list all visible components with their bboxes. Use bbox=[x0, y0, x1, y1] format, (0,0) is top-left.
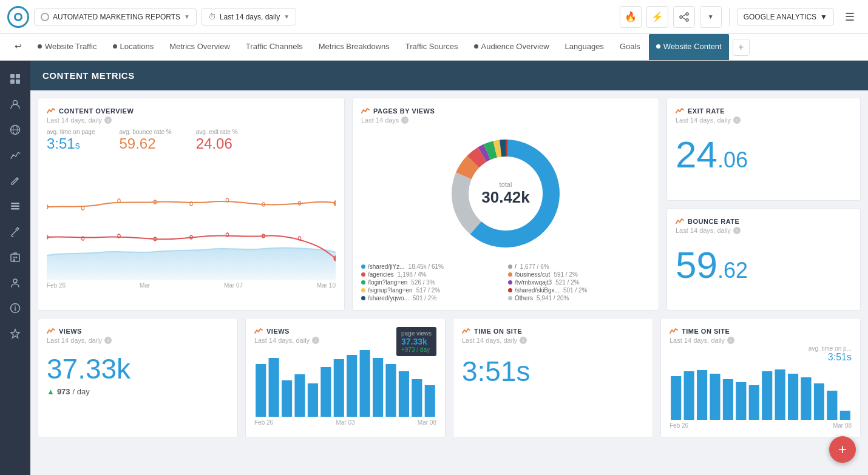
time-chart-avg-label: avg. time on p... bbox=[670, 345, 852, 352]
tab-goals[interactable]: Goals bbox=[612, 34, 648, 61]
svg-point-1 bbox=[680, 16, 682, 18]
overview-title: CONTENT OVERVIEW bbox=[47, 107, 336, 115]
sidebar-item-tools[interactable] bbox=[4, 221, 26, 243]
arrow-up-icon: ▲ bbox=[47, 387, 55, 396]
tab-traffic-sources[interactable]: Traffic Sources bbox=[398, 34, 466, 61]
building-icon bbox=[10, 252, 21, 263]
views-big-value: 37.33k bbox=[47, 354, 229, 385]
sidebar-item-star[interactable] bbox=[4, 323, 26, 345]
edit-icon bbox=[10, 175, 21, 186]
svg-point-20 bbox=[13, 279, 17, 283]
sidebar-item-analytics[interactable] bbox=[4, 144, 26, 166]
menu-button[interactable]: ☰ bbox=[839, 6, 861, 28]
sidebar-item-user[interactable] bbox=[4, 272, 26, 294]
bounce-rate-title: BOUNCE RATE bbox=[676, 217, 852, 226]
bar-chart-tooltip: page views 37.33k +973 / day bbox=[396, 327, 436, 356]
exit-rate-subtitle: Last 14 days, daily i bbox=[676, 116, 852, 124]
app-logo[interactable] bbox=[7, 6, 29, 28]
svg-rect-6 bbox=[16, 74, 20, 78]
exit-rate-card: EXIT RATE Last 14 days, daily i 24.06 bbox=[666, 98, 861, 201]
pages-title: PAGES BY VIEWS bbox=[361, 107, 650, 115]
time-on-site-chart-card: TIME ON SITE Last 14 days, daily i avg. … bbox=[660, 318, 861, 438]
exit-rate-value-container: 24.06 bbox=[676, 136, 852, 173]
tab-traffic-channels[interactable]: Traffic Channels bbox=[239, 34, 310, 61]
date-selector[interactable]: ⏱ Last 14 days, daily ▼ bbox=[202, 8, 296, 25]
legend-dot bbox=[361, 272, 365, 277]
legend-item-7: /business/cut 591 / 2% bbox=[508, 271, 650, 278]
views-chart-trend-icon bbox=[254, 327, 263, 335]
svg-rect-14 bbox=[11, 206, 19, 207]
tabbar: ↩ Website Traffic Locations Metrics Over… bbox=[0, 34, 868, 61]
svg-rect-64 bbox=[412, 379, 422, 417]
fab-add-button[interactable]: + bbox=[829, 436, 856, 463]
exit-trend-icon bbox=[676, 107, 684, 115]
tooltip-value: 37.33k bbox=[401, 337, 432, 346]
add-tab-button[interactable]: + bbox=[733, 39, 750, 56]
views-chart-x-labels: Feb 26 Mar 03 Mar 08 bbox=[254, 419, 436, 426]
svg-rect-66 bbox=[671, 376, 681, 420]
back-icon: ↩ bbox=[15, 41, 22, 51]
svg-rect-65 bbox=[425, 385, 435, 417]
metrics-row: avg. time on page 3:51s avg. bounce rate… bbox=[47, 129, 336, 152]
report-selector[interactable]: AUTOMATED MARKETING REPORTS ▼ bbox=[34, 8, 197, 25]
tab-back[interactable]: ↩ bbox=[7, 34, 29, 61]
fire-button[interactable]: 🔥 bbox=[620, 6, 642, 28]
time-bar-svg bbox=[670, 365, 852, 420]
svg-point-0 bbox=[686, 13, 688, 15]
svg-rect-19 bbox=[13, 259, 15, 261]
tab-metrics-overview[interactable]: Metrics Overview bbox=[162, 34, 237, 61]
tab-audience-overview[interactable]: Audience Overview bbox=[467, 34, 557, 61]
svg-point-23 bbox=[15, 306, 16, 307]
exit-rate-main: 24.06 bbox=[676, 133, 748, 175]
bounce-trend-icon bbox=[676, 217, 684, 226]
sidebar-item-people[interactable] bbox=[4, 93, 26, 115]
svg-rect-60 bbox=[360, 350, 370, 417]
tab-metrics-breakdowns[interactable]: Metrics Breakdowns bbox=[311, 34, 397, 61]
report-label: AUTOMATED MARKETING REPORTS bbox=[53, 13, 180, 21]
tab-website-traffic[interactable]: Website Traffic bbox=[30, 34, 104, 61]
time-trend-icon bbox=[462, 327, 470, 335]
sidebar-item-edit[interactable] bbox=[4, 170, 26, 192]
tab-website-content[interactable]: Website Content bbox=[649, 34, 729, 61]
separator bbox=[729, 8, 730, 26]
views-text-card: VIEWS Last 14 days, daily i 37.33k ▲ 973… bbox=[38, 318, 238, 438]
time-big-value: 3:51s bbox=[462, 356, 644, 387]
sidebar-item-globe[interactable] bbox=[4, 119, 26, 141]
tab-locations[interactable]: Locations bbox=[106, 34, 161, 61]
legend-dot bbox=[508, 280, 512, 285]
overview-subtitle: Last 14 days, daily i bbox=[47, 116, 336, 124]
legend-dot bbox=[508, 272, 512, 277]
tab-languages[interactable]: Languages bbox=[558, 34, 611, 61]
pages-by-views-card: PAGES BY VIEWS Last 14 days i bbox=[352, 98, 659, 311]
views-trend-icon bbox=[47, 327, 55, 335]
sidebar-item-dashboard[interactable] bbox=[4, 68, 26, 90]
tooltip-delta: +973 / day bbox=[401, 346, 432, 353]
star-icon bbox=[10, 328, 21, 339]
share-chevron[interactable]: ▼ bbox=[700, 6, 722, 28]
time-chart-x-labels: Feb 26 Mar 08 bbox=[670, 422, 852, 429]
content-overview-card: CONTENT OVERVIEW Last 14 days, daily i a… bbox=[38, 98, 345, 311]
svg-line-3 bbox=[682, 15, 686, 16]
svg-rect-68 bbox=[697, 370, 707, 420]
list-icon bbox=[10, 201, 21, 212]
time-info-icon: i bbox=[520, 337, 527, 344]
bolt-button[interactable]: ⚡ bbox=[646, 6, 668, 28]
svg-rect-73 bbox=[762, 371, 772, 420]
bounce-rate-subtitle: Last 14 days, daily i bbox=[676, 227, 852, 234]
legend-item-9: /shared/skiBgx... 501 / 2% bbox=[508, 287, 650, 294]
sidebar-item-building[interactable] bbox=[4, 246, 26, 268]
legend-dot bbox=[508, 288, 512, 292]
chart-x-labels: Feb 26 Mar Mar 07 Mar 10 bbox=[47, 282, 336, 289]
share-button[interactable] bbox=[673, 6, 695, 28]
donut-chart: total 30.42k bbox=[361, 130, 650, 257]
google-analytics-selector[interactable]: GOOGLE ANALYTICS ▼ bbox=[737, 8, 834, 25]
sidebar-item-list[interactable] bbox=[4, 195, 26, 217]
sidebar-item-info[interactable] bbox=[4, 297, 26, 319]
svg-rect-52 bbox=[256, 364, 266, 417]
time-title: TIME ON SITE bbox=[462, 327, 644, 335]
pages-legend: /shared/jiYz... 18.45k / 61% / 1,677 / 6… bbox=[361, 263, 650, 302]
tab-dot bbox=[474, 44, 478, 49]
legend-item-4: /signup?lang=en 517 / 2% bbox=[361, 287, 503, 294]
svg-rect-79 bbox=[840, 411, 850, 420]
svg-rect-13 bbox=[11, 203, 19, 204]
